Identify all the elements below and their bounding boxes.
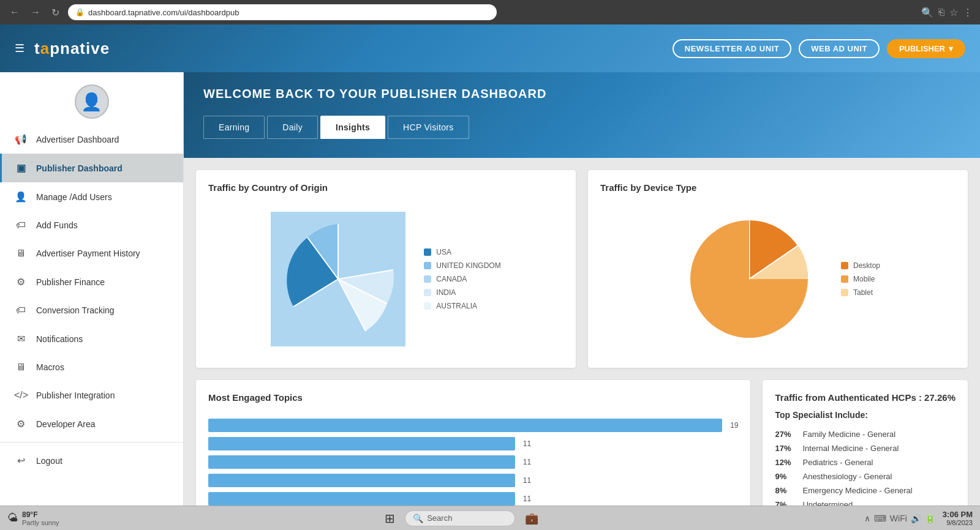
specialist-row-3: 9% Anesthesiology - General bbox=[775, 469, 956, 483]
hcp-subtitle: Top Specialist Include: bbox=[775, 410, 956, 420]
publisher-finance-icon: ⚙ bbox=[14, 276, 28, 288]
sidebar-item-macros[interactable]: 🖥 Macros bbox=[0, 353, 183, 381]
charts-row-2: Most Engaged Topics 19 11 bbox=[196, 380, 968, 506]
logout-icon: ↩ bbox=[14, 455, 28, 466]
country-pie-svg bbox=[271, 212, 405, 346]
device-chart-card: Traffic by Device Type bbox=[588, 170, 968, 368]
refresh-button[interactable]: ↻ bbox=[49, 4, 62, 21]
tab-earning[interactable]: Earning bbox=[203, 116, 265, 139]
taskbar-search[interactable]: 🔍 Search bbox=[405, 510, 515, 526]
specialist-label-2: Pediatrics - General bbox=[802, 458, 873, 467]
advertiser-dashboard-icon: 📢 bbox=[14, 133, 28, 145]
topics-chart-card: Most Engaged Topics 19 11 bbox=[196, 380, 750, 506]
legend-label-india: INDIA bbox=[436, 288, 456, 297]
bar-fill-0 bbox=[208, 419, 722, 432]
sidebar-item-publisher-finance[interactable]: ⚙ Publisher Finance bbox=[0, 267, 183, 296]
taskbar-weather: 🌤 89°F Partly sunny bbox=[7, 510, 59, 526]
taskbar-time: 3:06 PM 9/8/2023 bbox=[943, 510, 973, 526]
sidebar-item-publisher-integration[interactable]: </> Publisher Integration bbox=[0, 381, 183, 409]
tab-insights[interactable]: Insights bbox=[320, 116, 385, 139]
main-layout: 👤 📢 Advertiser Dashboard ▣ Publisher Das… bbox=[0, 72, 980, 506]
browser-share-icon[interactable]: ⎗ bbox=[938, 7, 944, 18]
device-pie-wrapper: Desktop Mobile Tablet bbox=[600, 206, 956, 353]
nav-buttons: NEWSLETTER AD UNIT WEB AD UNIT PUBLISHER… bbox=[673, 39, 965, 58]
sidebar-label-macros: Macros bbox=[36, 362, 64, 372]
sidebar-item-developer-area[interactable]: ⚙ Developer Area bbox=[0, 409, 183, 438]
newsletter-ad-unit-button[interactable]: NEWSLETTER AD UNIT bbox=[673, 39, 791, 58]
back-button[interactable]: ← bbox=[7, 4, 22, 20]
specialist-row-4: 8% Emergency Medicine - General bbox=[775, 483, 956, 498]
legend-canada: CANADA bbox=[424, 275, 500, 283]
sidebar-item-advertiser-dashboard[interactable]: 📢 Advertiser Dashboard bbox=[0, 125, 183, 154]
country-chart-title: Traffic by Country of Origin bbox=[208, 182, 564, 193]
country-pie-wrapper: USA UNITED KINGDOM CANADA bbox=[208, 212, 564, 346]
conversion-tracking-icon: 🏷 bbox=[14, 305, 28, 316]
url-text: dashboard.tapnative.com/ui/dashboardpub bbox=[88, 8, 239, 17]
sidebar-item-advertiser-payment-history[interactable]: 🖥 Advertiser Payment History bbox=[0, 239, 183, 267]
bar-fill-2 bbox=[208, 455, 515, 469]
taskbar-bag-icon[interactable]: 💼 bbox=[525, 512, 538, 525]
specialist-list: 27% Family Medicine - General 17% Intern… bbox=[775, 427, 956, 506]
legend-mobile: Mobile bbox=[841, 275, 880, 283]
tab-daily[interactable]: Daily bbox=[267, 116, 318, 139]
tab-hcp-visitors[interactable]: HCP Visitors bbox=[388, 116, 469, 139]
sidebar-item-publisher-dashboard[interactable]: ▣ Publisher Dashboard bbox=[0, 154, 183, 182]
sidebar-label-publisher-integration: Publisher Integration bbox=[36, 390, 115, 400]
macros-icon: 🖥 bbox=[14, 362, 28, 373]
legend-dot-uk bbox=[424, 262, 431, 269]
bar-label-1: 11 bbox=[520, 439, 531, 448]
sidebar-label-publisher-finance: Publisher Finance bbox=[36, 277, 105, 287]
publisher-dashboard-icon: ▣ bbox=[14, 162, 28, 174]
sidebar-item-notifications[interactable]: ✉ Notifications bbox=[0, 324, 183, 353]
legend-dot-usa bbox=[424, 248, 431, 256]
specialist-label-1: Internal Medicine - General bbox=[802, 444, 899, 453]
browser-star-icon[interactable]: ☆ bbox=[949, 7, 958, 18]
sidebar-item-manage-users[interactable]: 👤 Manage /Add Users bbox=[0, 182, 183, 211]
sidebar-label-add-funds: Add Funds bbox=[36, 220, 78, 230]
sidebar-item-logout[interactable]: ↩ Logout bbox=[0, 446, 183, 475]
country-chart-card: Traffic by Country of Origin bbox=[196, 170, 576, 368]
bar-chart-area: 19 11 11 11 bbox=[208, 412, 738, 506]
legend-uk: UNITED KINGDOM bbox=[424, 261, 500, 270]
browser-menu-icon[interactable]: ⋮ bbox=[963, 7, 973, 18]
lock-icon: 🔒 bbox=[75, 8, 85, 17]
dashboard-title: WELCOME BACK TO YOUR PUBLISHER DASHBOARD bbox=[203, 87, 960, 101]
bar-row-0: 19 bbox=[208, 419, 738, 432]
specialist-pct-4: 8% bbox=[775, 486, 796, 495]
windows-start-button[interactable]: ⊞ bbox=[385, 511, 395, 526]
sidebar-item-add-funds[interactable]: 🏷 Add Funds bbox=[0, 211, 183, 239]
specialist-label-0: Family Medicine - General bbox=[802, 430, 895, 439]
wifi-icon: WiFi bbox=[890, 513, 907, 523]
sidebar-divider bbox=[0, 442, 183, 442]
bar-row-4: 11 bbox=[208, 492, 738, 506]
notifications-icon: ✉ bbox=[14, 333, 28, 345]
legend-label-mobile: Mobile bbox=[853, 275, 875, 283]
app-wrapper: ☰ tapnative NEWSLETTER AD UNIT WEB AD UN… bbox=[0, 24, 980, 506]
speaker-icon: 🔊 bbox=[911, 513, 921, 523]
legend-india: INDIA bbox=[424, 288, 500, 297]
forward-button[interactable]: → bbox=[28, 4, 43, 20]
developer-area-icon: ⚙ bbox=[14, 418, 28, 430]
address-bar[interactable]: 🔒 dashboard.tapnative.com/ui/dashboardpu… bbox=[68, 4, 497, 20]
publisher-integration-icon: </> bbox=[14, 390, 28, 401]
sidebar-item-conversion-tracking[interactable]: 🏷 Conversion Tracking bbox=[0, 296, 183, 324]
legend-desktop: Desktop bbox=[841, 261, 880, 270]
taskbar-search-placeholder: Search bbox=[427, 513, 452, 523]
legend-dot-mobile bbox=[841, 275, 848, 283]
legend-usa: USA bbox=[424, 248, 500, 256]
device-chart-inner: Desktop Mobile Tablet bbox=[600, 203, 956, 356]
bar-label-2: 11 bbox=[520, 458, 531, 466]
device-chart-title: Traffic by Device Type bbox=[600, 182, 956, 193]
web-ad-unit-button[interactable]: WEB AD UNIT bbox=[799, 39, 880, 58]
top-navbar: ☰ tapnative NEWSLETTER AD UNIT WEB AD UN… bbox=[0, 24, 980, 72]
logo: tapnative bbox=[34, 39, 110, 58]
sidebar: 👤 📢 Advertiser Dashboard ▣ Publisher Das… bbox=[0, 72, 184, 506]
specialist-pct-1: 17% bbox=[775, 444, 796, 453]
chevron-up-icon: ∧ bbox=[864, 513, 870, 523]
publisher-button[interactable]: PUBLISHER ▾ bbox=[887, 39, 965, 58]
avatar-area: 👤 bbox=[0, 72, 183, 125]
hcp-card: Traffic from Authenticated HCPs : 27.26%… bbox=[763, 380, 968, 506]
browser-search-icon[interactable]: 🔍 bbox=[921, 7, 933, 18]
hamburger-menu[interactable]: ☰ bbox=[15, 42, 24, 55]
bar-row-2: 11 bbox=[208, 455, 738, 469]
